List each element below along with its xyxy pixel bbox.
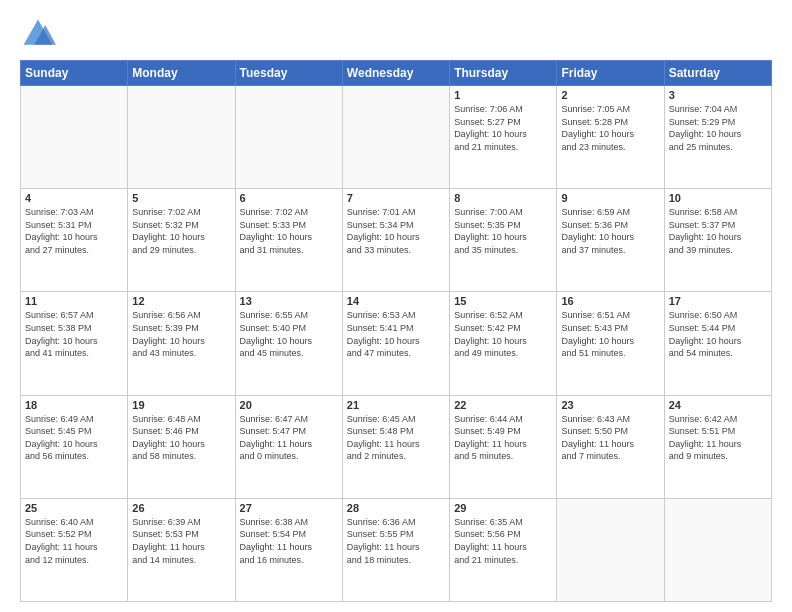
- calendar-cell: 13Sunrise: 6:55 AM Sunset: 5:40 PM Dayli…: [235, 292, 342, 395]
- calendar-cell: 12Sunrise: 6:56 AM Sunset: 5:39 PM Dayli…: [128, 292, 235, 395]
- day-info: Sunrise: 6:55 AM Sunset: 5:40 PM Dayligh…: [240, 309, 338, 359]
- day-info: Sunrise: 6:45 AM Sunset: 5:48 PM Dayligh…: [347, 413, 445, 463]
- day-number: 13: [240, 295, 338, 307]
- day-number: 28: [347, 502, 445, 514]
- calendar-cell: 21Sunrise: 6:45 AM Sunset: 5:48 PM Dayli…: [342, 395, 449, 498]
- calendar-week-4: 25Sunrise: 6:40 AM Sunset: 5:52 PM Dayli…: [21, 498, 772, 601]
- day-number: 19: [132, 399, 230, 411]
- header-wednesday: Wednesday: [342, 61, 449, 86]
- day-number: 27: [240, 502, 338, 514]
- calendar-cell: [342, 86, 449, 189]
- day-number: 3: [669, 89, 767, 101]
- day-number: 11: [25, 295, 123, 307]
- day-number: 4: [25, 192, 123, 204]
- day-number: 25: [25, 502, 123, 514]
- calendar-cell: 15Sunrise: 6:52 AM Sunset: 5:42 PM Dayli…: [450, 292, 557, 395]
- calendar-cell: 10Sunrise: 6:58 AM Sunset: 5:37 PM Dayli…: [664, 189, 771, 292]
- day-number: 10: [669, 192, 767, 204]
- calendar-table: Sunday Monday Tuesday Wednesday Thursday…: [20, 60, 772, 602]
- day-number: 9: [561, 192, 659, 204]
- header-thursday: Thursday: [450, 61, 557, 86]
- day-info: Sunrise: 6:47 AM Sunset: 5:47 PM Dayligh…: [240, 413, 338, 463]
- logo-icon: [20, 16, 56, 52]
- day-number: 18: [25, 399, 123, 411]
- day-number: 15: [454, 295, 552, 307]
- calendar-cell: 25Sunrise: 6:40 AM Sunset: 5:52 PM Dayli…: [21, 498, 128, 601]
- day-info: Sunrise: 7:02 AM Sunset: 5:32 PM Dayligh…: [132, 206, 230, 256]
- day-number: 5: [132, 192, 230, 204]
- day-info: Sunrise: 6:49 AM Sunset: 5:45 PM Dayligh…: [25, 413, 123, 463]
- day-number: 21: [347, 399, 445, 411]
- calendar-cell: 19Sunrise: 6:48 AM Sunset: 5:46 PM Dayli…: [128, 395, 235, 498]
- calendar-week-1: 4Sunrise: 7:03 AM Sunset: 5:31 PM Daylig…: [21, 189, 772, 292]
- calendar-cell: 18Sunrise: 6:49 AM Sunset: 5:45 PM Dayli…: [21, 395, 128, 498]
- day-info: Sunrise: 6:50 AM Sunset: 5:44 PM Dayligh…: [669, 309, 767, 359]
- calendar-cell: 4Sunrise: 7:03 AM Sunset: 5:31 PM Daylig…: [21, 189, 128, 292]
- header-tuesday: Tuesday: [235, 61, 342, 86]
- day-info: Sunrise: 6:52 AM Sunset: 5:42 PM Dayligh…: [454, 309, 552, 359]
- day-info: Sunrise: 6:38 AM Sunset: 5:54 PM Dayligh…: [240, 516, 338, 566]
- day-number: 8: [454, 192, 552, 204]
- day-info: Sunrise: 7:01 AM Sunset: 5:34 PM Dayligh…: [347, 206, 445, 256]
- day-info: Sunrise: 7:05 AM Sunset: 5:28 PM Dayligh…: [561, 103, 659, 153]
- calendar-cell: [128, 86, 235, 189]
- day-info: Sunrise: 6:36 AM Sunset: 5:55 PM Dayligh…: [347, 516, 445, 566]
- calendar-cell: 22Sunrise: 6:44 AM Sunset: 5:49 PM Dayli…: [450, 395, 557, 498]
- day-number: 26: [132, 502, 230, 514]
- header-saturday: Saturday: [664, 61, 771, 86]
- day-number: 14: [347, 295, 445, 307]
- calendar-cell: 11Sunrise: 6:57 AM Sunset: 5:38 PM Dayli…: [21, 292, 128, 395]
- day-number: 22: [454, 399, 552, 411]
- calendar-cell: 1Sunrise: 7:06 AM Sunset: 5:27 PM Daylig…: [450, 86, 557, 189]
- day-number: 29: [454, 502, 552, 514]
- day-number: 24: [669, 399, 767, 411]
- header-friday: Friday: [557, 61, 664, 86]
- day-info: Sunrise: 6:42 AM Sunset: 5:51 PM Dayligh…: [669, 413, 767, 463]
- day-number: 2: [561, 89, 659, 101]
- day-info: Sunrise: 6:58 AM Sunset: 5:37 PM Dayligh…: [669, 206, 767, 256]
- header: [20, 16, 772, 52]
- calendar-cell: 3Sunrise: 7:04 AM Sunset: 5:29 PM Daylig…: [664, 86, 771, 189]
- day-info: Sunrise: 7:00 AM Sunset: 5:35 PM Dayligh…: [454, 206, 552, 256]
- day-info: Sunrise: 6:35 AM Sunset: 5:56 PM Dayligh…: [454, 516, 552, 566]
- calendar-cell: [557, 498, 664, 601]
- logo: [20, 16, 60, 52]
- day-info: Sunrise: 6:53 AM Sunset: 5:41 PM Dayligh…: [347, 309, 445, 359]
- calendar-cell: 16Sunrise: 6:51 AM Sunset: 5:43 PM Dayli…: [557, 292, 664, 395]
- calendar-cell: [21, 86, 128, 189]
- calendar-cell: 20Sunrise: 6:47 AM Sunset: 5:47 PM Dayli…: [235, 395, 342, 498]
- calendar-cell: 17Sunrise: 6:50 AM Sunset: 5:44 PM Dayli…: [664, 292, 771, 395]
- day-info: Sunrise: 6:43 AM Sunset: 5:50 PM Dayligh…: [561, 413, 659, 463]
- day-info: Sunrise: 7:06 AM Sunset: 5:27 PM Dayligh…: [454, 103, 552, 153]
- day-info: Sunrise: 6:44 AM Sunset: 5:49 PM Dayligh…: [454, 413, 552, 463]
- calendar-cell: 6Sunrise: 7:02 AM Sunset: 5:33 PM Daylig…: [235, 189, 342, 292]
- calendar-cell: 29Sunrise: 6:35 AM Sunset: 5:56 PM Dayli…: [450, 498, 557, 601]
- calendar-week-2: 11Sunrise: 6:57 AM Sunset: 5:38 PM Dayli…: [21, 292, 772, 395]
- calendar-cell: 26Sunrise: 6:39 AM Sunset: 5:53 PM Dayli…: [128, 498, 235, 601]
- day-number: 23: [561, 399, 659, 411]
- day-number: 20: [240, 399, 338, 411]
- calendar-cell: 23Sunrise: 6:43 AM Sunset: 5:50 PM Dayli…: [557, 395, 664, 498]
- calendar-cell: [235, 86, 342, 189]
- calendar-cell: 28Sunrise: 6:36 AM Sunset: 5:55 PM Dayli…: [342, 498, 449, 601]
- calendar-cell: 5Sunrise: 7:02 AM Sunset: 5:32 PM Daylig…: [128, 189, 235, 292]
- calendar-cell: 2Sunrise: 7:05 AM Sunset: 5:28 PM Daylig…: [557, 86, 664, 189]
- calendar-cell: 24Sunrise: 6:42 AM Sunset: 5:51 PM Dayli…: [664, 395, 771, 498]
- day-info: Sunrise: 7:03 AM Sunset: 5:31 PM Dayligh…: [25, 206, 123, 256]
- day-info: Sunrise: 7:04 AM Sunset: 5:29 PM Dayligh…: [669, 103, 767, 153]
- calendar-cell: 7Sunrise: 7:01 AM Sunset: 5:34 PM Daylig…: [342, 189, 449, 292]
- calendar-cell: 9Sunrise: 6:59 AM Sunset: 5:36 PM Daylig…: [557, 189, 664, 292]
- page: Sunday Monday Tuesday Wednesday Thursday…: [0, 0, 792, 612]
- day-info: Sunrise: 6:39 AM Sunset: 5:53 PM Dayligh…: [132, 516, 230, 566]
- day-number: 6: [240, 192, 338, 204]
- calendar-cell: 14Sunrise: 6:53 AM Sunset: 5:41 PM Dayli…: [342, 292, 449, 395]
- day-info: Sunrise: 6:57 AM Sunset: 5:38 PM Dayligh…: [25, 309, 123, 359]
- calendar-week-3: 18Sunrise: 6:49 AM Sunset: 5:45 PM Dayli…: [21, 395, 772, 498]
- header-sunday: Sunday: [21, 61, 128, 86]
- calendar-cell: 27Sunrise: 6:38 AM Sunset: 5:54 PM Dayli…: [235, 498, 342, 601]
- day-info: Sunrise: 7:02 AM Sunset: 5:33 PM Dayligh…: [240, 206, 338, 256]
- day-number: 17: [669, 295, 767, 307]
- calendar-cell: [664, 498, 771, 601]
- day-number: 12: [132, 295, 230, 307]
- day-info: Sunrise: 6:48 AM Sunset: 5:46 PM Dayligh…: [132, 413, 230, 463]
